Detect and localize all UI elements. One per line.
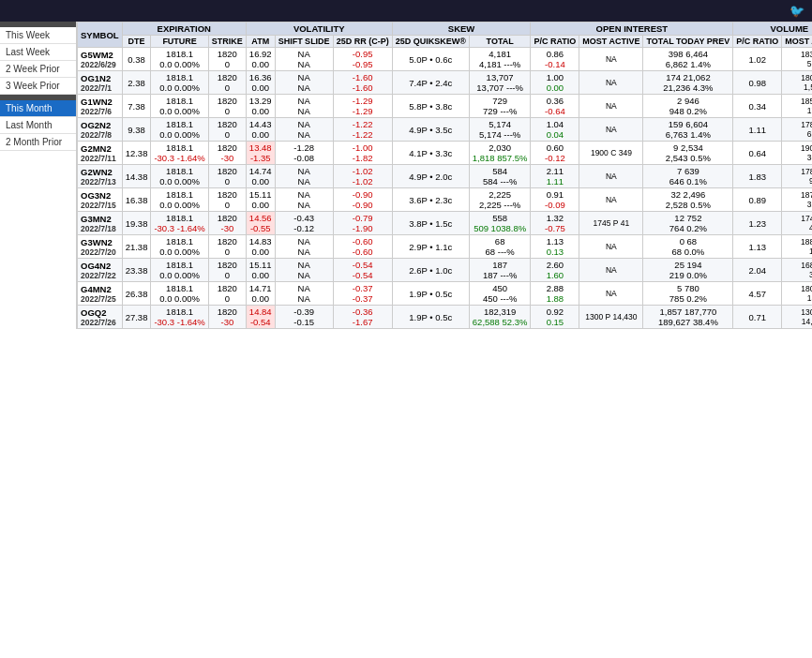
cell-dte: 16.38 <box>122 188 151 212</box>
cell-rr: -0.95 -0.95 <box>333 48 392 71</box>
cell-strike: 1820 -30 <box>208 142 246 165</box>
cell-shift: -0.43 -0.12 <box>275 212 333 235</box>
cell-future: 1818.1 0.0 0.00% <box>151 188 208 212</box>
col-symbol: SYMBOL <box>78 22 123 48</box>
cell-vol-most-active: 1780 P 689 <box>782 118 812 142</box>
table-row: OG1N2 2022/7/1 2.38 1818.1 0.0 0.00% 182… <box>78 71 813 95</box>
cell-strike: 1820 0 <box>208 118 246 142</box>
cell-oi-most-active: NA <box>579 259 643 282</box>
cell-vol-most-active: 1300 P 14,632 <box>782 306 812 329</box>
cell-vol-pc: 1.13 <box>733 235 782 259</box>
cell-vol-total: 159 6,604 6,763 1.4% <box>643 118 733 142</box>
cell-atm: 15.11 0.00 <box>246 188 275 212</box>
cell-vol-total: 32 2,496 2,528 0.5% <box>643 188 733 212</box>
cell-vol-total: 9 2,534 2,543 0.5% <box>643 142 733 165</box>
cell-symbol: OG1N2 2022/7/1 <box>78 71 123 95</box>
cell-rr: -0.90 -0.90 <box>333 188 392 212</box>
col-group-open-interest: OPEN INTEREST <box>531 22 733 36</box>
cell-future: 1818.1 -30.3 -1.64% <box>151 142 208 165</box>
cell-oi-most-active: NA <box>579 188 643 212</box>
cell-skew: 2.9P • 1.1c <box>392 235 469 259</box>
header: 🐦 <box>0 0 812 22</box>
cell-vol-total: 25 194 219 0.0% <box>643 259 733 282</box>
cell-vol-most-active: 1685 P 32 <box>782 259 812 282</box>
cell-shift: NA NA <box>275 118 333 142</box>
cell-oi-most-active: NA <box>579 282 643 306</box>
cell-vol-pc: 1.83 <box>733 165 782 188</box>
cell-future: 1818.1 0.0 0.00% <box>151 71 208 95</box>
cell-dte: 21.38 <box>122 235 151 259</box>
col-oi-most-active: MOST ACTIVE <box>579 36 643 48</box>
cell-vol-pc: 1.11 <box>733 118 782 142</box>
table-row: OG4N2 2022/7/22 23.38 1818.1 0.0 0.00% 1… <box>78 259 813 282</box>
cell-oi-total: 558 509 1038.8% <box>469 212 531 235</box>
sidebar-item-last-month[interactable]: Last Month <box>0 117 76 134</box>
cell-shift: NA NA <box>275 71 333 95</box>
cell-oi-total: 187 187 ---% <box>469 259 531 282</box>
cell-skew: 3.8P • 1.5c <box>392 212 469 235</box>
options-table: SYMBOL EXPIRATION VOLATILITY SKEW OPEN I… <box>77 22 812 329</box>
cell-oi-total: 729 729 ---% <box>469 95 531 118</box>
cell-vol-most-active: 1835 C 565 <box>782 48 812 71</box>
cell-symbol: OG2N2 2022/7/8 <box>78 118 123 142</box>
cell-skew: 5.8P • 3.8c <box>392 95 469 118</box>
cell-vol-total: 7 639 646 0.1% <box>643 165 733 188</box>
cell-strike: 1820 0 <box>208 48 246 71</box>
cell-oi-total: 2,030 1,818 857.5% <box>469 142 531 165</box>
cell-dte: 0.38 <box>122 48 151 71</box>
cell-rr: -1.60 -1.60 <box>333 71 392 95</box>
cell-dte: 26.38 <box>122 282 151 306</box>
cell-vol-pc: 0.34 <box>733 95 782 118</box>
col-group-volatility: VOLATILITY <box>246 22 392 36</box>
table-body: G5WM2 2022/6/29 0.38 1818.1 0.0 0.00% 18… <box>78 48 813 329</box>
cell-skew: 1.9P • 0.5c <box>392 306 469 329</box>
cell-symbol: G1WN2 2022/7/6 <box>78 95 123 118</box>
cell-rr: -0.37 -0.37 <box>333 282 392 306</box>
cell-oi-pc: 0.86 -0.14 <box>531 48 579 71</box>
sidebar-item-this-month[interactable]: This Month <box>0 100 76 117</box>
cell-shift: -1.28 -0.08 <box>275 142 333 165</box>
cell-skew: 7.4P • 2.4c <box>392 71 469 95</box>
cell-future: 1818.1 0.0 0.00% <box>151 118 208 142</box>
sidebar-item-3-week-prior[interactable]: 3 Week Prior <box>0 78 76 95</box>
cell-dte: 14.38 <box>122 165 151 188</box>
cell-atm: 14.56 -0.55 <box>246 212 275 235</box>
cell-vol-total: 0 68 68 0.0% <box>643 235 733 259</box>
twitter-icon[interactable]: 🐦 <box>789 4 804 18</box>
cell-oi-total: 584 584 ---% <box>469 165 531 188</box>
sidebar-item-2-week-prior[interactable]: 2 Week Prior <box>0 61 76 78</box>
cell-symbol: OG4N2 2022/7/22 <box>78 259 123 282</box>
col-group-expiration: EXPIRATION <box>122 22 246 36</box>
sidebar-item-this-week[interactable]: This Week <box>0 27 76 44</box>
col-vol-most-active: MOST ACTIVE <box>782 36 812 48</box>
cell-atm: 15.11 0.00 <box>246 259 275 282</box>
col-25d-quikskew: 25D QUIKSKEW® <box>392 36 469 48</box>
cell-vol-most-active: 1800 P 1,594 <box>782 71 812 95</box>
table-row: G4MN2 2022/7/25 26.38 1818.1 0.0 0.00% 1… <box>78 282 813 306</box>
cell-future: 1818.1 0.0 0.00% <box>151 95 208 118</box>
sidebar-item-2-month-prior[interactable]: 2 Month Prior <box>0 134 76 151</box>
cell-vol-most-active: 1785 P 98 <box>782 165 812 188</box>
cell-rr: -0.54 -0.54 <box>333 259 392 282</box>
cell-skew: 4.9P • 3.5c <box>392 118 469 142</box>
cell-vol-total: 2 946 948 0.2% <box>643 95 733 118</box>
cell-atm: 14.43 0.00 <box>246 118 275 142</box>
cell-skew: 3.6P • 2.3c <box>392 188 469 212</box>
cell-shift: NA NA <box>275 259 333 282</box>
col-oi-total: TOTAL <box>469 36 531 48</box>
cell-future: 1818.1 0.0 0.00% <box>151 259 208 282</box>
cell-vol-most-active: 1880 C 10 <box>782 235 812 259</box>
main-content: SYMBOL EXPIRATION VOLATILITY SKEW OPEN I… <box>77 22 812 329</box>
cell-rr: -1.02 -1.02 <box>333 165 392 188</box>
cell-oi-total: 5,174 5,174 ---% <box>469 118 531 142</box>
table-row: G3WN2 2022/7/20 21.38 1818.1 0.0 0.00% 1… <box>78 235 813 259</box>
cell-symbol: OGQ2 2022/7/26 <box>78 306 123 329</box>
sidebar-item-last-week[interactable]: Last Week <box>0 44 76 61</box>
cell-vol-most-active: 1875 C 326 <box>782 188 812 212</box>
cell-strike: 1820 -30 <box>208 212 246 235</box>
cell-oi-most-active: NA <box>579 71 643 95</box>
cell-strike: 1820 0 <box>208 165 246 188</box>
cell-oi-total: 182,319 62,588 52.3% <box>469 306 531 329</box>
cell-strike: 1820 0 <box>208 71 246 95</box>
cell-oi-pc: 2.11 1.11 <box>531 165 579 188</box>
